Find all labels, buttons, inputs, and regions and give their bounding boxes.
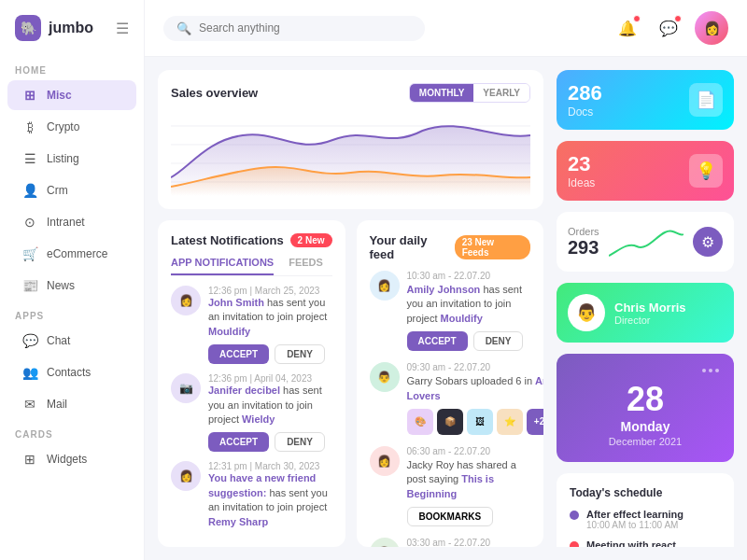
deny-button[interactable]: DENY (473, 331, 524, 351)
sidebar-item-label: Mail (47, 398, 67, 411)
dot2 (709, 369, 712, 372)
notif-text: John Smith has sent you an invitation to… (208, 296, 332, 339)
feed-image-more: +2 (527, 409, 544, 435)
notif-content: 12:31 pm | March 30, 2023 You have a new… (208, 461, 332, 529)
logo-icon: 🐘 (15, 15, 41, 41)
sidebar-item-label: Misc (47, 89, 72, 102)
notif-person-link[interactable]: Remy Sharp (208, 516, 268, 527)
sidebar-item-news[interactable]: 📰 News (7, 271, 136, 301)
gear-button[interactable]: ⚙ (693, 227, 723, 257)
sidebar-item-crypto[interactable]: ₿ Crypto (7, 112, 136, 142)
sales-chart (171, 112, 530, 196)
feed-item: 👨 03:30 am - 22.07.20 Joe Root has sent … (370, 538, 531, 547)
sidebar-item-ecommerce[interactable]: 🛒 eCommerce (7, 239, 136, 269)
schedule-item: After effect learning 10:00 AM to 11:00 … (570, 509, 721, 530)
notif-item: 👩 12:36 pm | March 25, 2023 John Smith h… (171, 286, 332, 364)
mail-icon: ✉ (22, 397, 37, 412)
search-bar[interactable]: 🔍 (163, 16, 425, 41)
person-name: Chris Morris (614, 301, 686, 315)
toggle-group: MONTHLY YEARLY (409, 83, 530, 103)
notif-project-link[interactable]: Mouldify (208, 326, 250, 337)
sidebar-item-mail[interactable]: ✉ Mail (7, 389, 136, 419)
message-badge (674, 15, 682, 22)
docs-stat-card: 286 Docs 📄 (557, 70, 734, 130)
sidebar-item-label: Contacts (47, 366, 91, 379)
listing-icon: ☰ (22, 151, 37, 166)
crm-icon: 👤 (22, 183, 37, 198)
ideas-icon: 💡 (689, 154, 723, 188)
schedule-event: After effect learning (586, 509, 684, 520)
logo-text: jumbo (49, 20, 93, 36)
notif-project-link[interactable]: Wieldy (242, 413, 275, 425)
search-input[interactable] (199, 21, 412, 35)
feed-author-link[interactable]: Amily Johnson (407, 284, 481, 295)
ideas-value: 23 (568, 152, 595, 176)
feed-avatar: 👩 (370, 446, 400, 476)
person-avatar: 👨 (568, 294, 605, 331)
notif-text: Janifer decibel has sent you an invitati… (208, 384, 332, 427)
notif-item: 📷 12:36 pm | April 04, 2023 Janifer deci… (171, 373, 332, 452)
notif-author-link[interactable]: John Smith (208, 297, 264, 308)
sidebar-item-listing[interactable]: ☰ Listing (7, 144, 136, 174)
sidebar-item-label: Crypto (47, 120, 79, 133)
feed-post-link[interactable]: This is Beginning (407, 473, 495, 498)
docs-label: Docs (568, 105, 602, 119)
messages-button[interactable]: 💬 (654, 13, 684, 43)
accept-button[interactable]: ACCEPT (208, 432, 269, 452)
notification-badge (633, 15, 641, 22)
notif-tabs: APP NOTIFICATIONS FEEDS (171, 257, 332, 276)
sidebar: 🐘 jumbo ☰ HOME ⊞ Misc ₿ Crypto ☰ Listing… (0, 0, 145, 560)
user-avatar[interactable]: 👩 (695, 11, 728, 45)
section-label-apps: APPS (0, 301, 144, 325)
accept-button[interactable]: ACCEPT (208, 344, 269, 364)
sidebar-item-intranet[interactable]: ⊙ Intranet (7, 207, 136, 237)
sidebar-item-contacts[interactable]: 👥 Contacts (7, 357, 136, 387)
person-card: 👨 Chris Morris Director (557, 283, 734, 343)
ideas-label: Ideas (568, 176, 595, 189)
orders-card: Orders 293 ⚙ (557, 212, 734, 272)
new-badge: 2 New (290, 233, 332, 247)
person-info: Chris Morris Director (614, 301, 686, 326)
search-icon: 🔍 (176, 21, 191, 35)
feed-images: 🎨 📦 🖼 ⭐ +2 (407, 409, 544, 435)
feed-avatar: 👨 (370, 362, 400, 392)
dot1 (702, 369, 706, 372)
feed-image-4: ⭐ (497, 409, 523, 435)
calendar-card: 28 Monday December 2021 (557, 354, 734, 462)
monthly-toggle[interactable]: MONTHLY (410, 84, 474, 102)
tab-feeds[interactable]: FEEDS (289, 257, 323, 275)
schedule-item-content: After effect learning 10:00 AM to 11:00 … (586, 509, 684, 530)
sidebar-item-crm[interactable]: 👤 Crm (7, 175, 136, 205)
bookmark-button[interactable]: BOOKMARKS (407, 507, 494, 526)
accept-button[interactable]: ACCEPT (407, 331, 468, 351)
sidebar-item-chat[interactable]: 💬 Chat (7, 326, 136, 356)
feed-author: Jacky Roy (407, 459, 455, 470)
sales-title: Sales overview (171, 86, 258, 100)
notif-avatar: 📷 (171, 373, 201, 403)
orders-value: 293 (568, 237, 599, 259)
sidebar-item-label: Widgets (47, 453, 87, 466)
feed-project-link[interactable]: Mouldify (441, 313, 483, 324)
feed-text: Amily Johnson has sent you an invitation… (407, 283, 531, 326)
news-icon: 📰 (22, 278, 37, 293)
notif-suggestion-link[interactable]: You have a new friend suggestion: (208, 472, 316, 497)
notif-time: 12:36 pm | March 25, 2023 (208, 286, 332, 296)
logo-area: 🐘 jumbo ☰ (0, 15, 144, 56)
schedule-event: Meeting with react development team (586, 539, 721, 547)
sidebar-item-label: Crm (47, 184, 68, 197)
schedule-dot-purple (570, 511, 579, 520)
sales-overview-card: Sales overview MONTHLY YEARLY (158, 70, 543, 209)
deny-button[interactable]: DENY (275, 432, 325, 452)
notif-time: 12:36 pm | April 04, 2023 (208, 373, 332, 384)
notifications-bell-button[interactable]: 🔔 (613, 13, 642, 43)
feed-badge: 23 New Feeds (455, 235, 530, 259)
feed-image-3: 🖼 (467, 409, 493, 435)
notif-content: 12:36 pm | March 25, 2023 John Smith has… (208, 286, 332, 364)
tab-app-notifications[interactable]: APP NOTIFICATIONS (171, 257, 274, 275)
notif-author-link[interactable]: Janifer decibel (208, 385, 280, 396)
yearly-toggle[interactable]: YEARLY (473, 84, 529, 102)
sidebar-item-misc[interactable]: ⊞ Misc (7, 80, 136, 110)
hamburger-icon[interactable]: ☰ (116, 20, 129, 37)
deny-button[interactable]: DENY (275, 344, 325, 364)
sidebar-item-widgets[interactable]: ⊞ Widgets (7, 444, 136, 474)
